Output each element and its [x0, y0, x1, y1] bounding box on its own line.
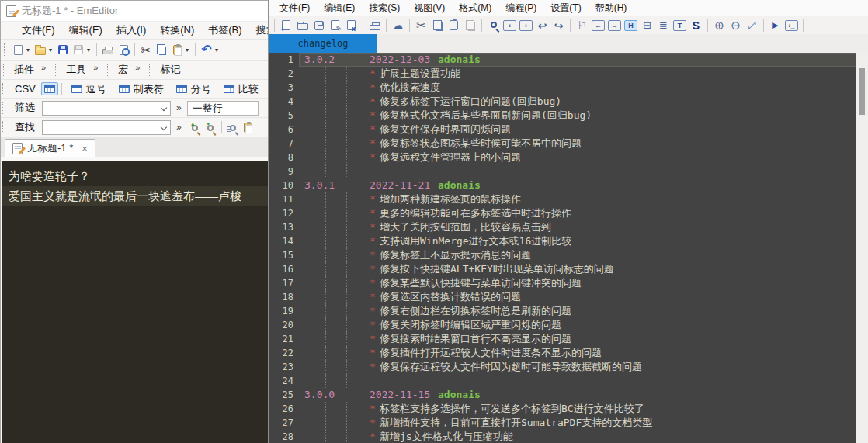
- code-editor-area[interactable]: 13.0.22022-12-03adonais2*扩展主题设置功能3*优化搜索速…: [269, 53, 868, 443]
- save-as-icon[interactable]: [327, 19, 343, 33]
- syntax-icon[interactable]: S: [688, 19, 704, 33]
- paste-search-icon[interactable]: [241, 119, 256, 135]
- editor-line[interactable]: 5*修复格式化文档后某些界面刷新问题(回归bug): [269, 109, 868, 123]
- editor-line[interactable]: 4*修复多标签下运行窗口的问题(回归bug): [269, 95, 868, 109]
- new-file-dropdown[interactable]: ▾: [26, 47, 30, 54]
- editor-line[interactable]: 6*修复文件保存时界面闪烁问题: [269, 123, 868, 137]
- cut-icon[interactable]: ✂: [413, 19, 429, 33]
- redo-icon[interactable]: ↪: [550, 19, 567, 33]
- cut-icon[interactable]: ✂: [138, 42, 154, 57]
- editor-line[interactable]: 16*修复按下快捷键ALT+KEY时出现菜单访问标志的问题: [269, 262, 868, 276]
- editor-line[interactable]: 24: [269, 374, 868, 388]
- editor-line[interactable]: 26*标签栏支持多选操作，可发送多个标签到BC进行文件比较了: [269, 402, 868, 416]
- editor-line[interactable]: 13*增大了关闭按钮范围，比较容易点击到: [269, 220, 868, 234]
- zoom-in-icon[interactable]: ⊕: [711, 19, 727, 33]
- menu-转换[interactable]: 转换(N): [153, 23, 201, 37]
- new-file-icon[interactable]: [278, 19, 294, 33]
- duplicate-icon[interactable]: [462, 19, 478, 33]
- paste-icon[interactable]: [169, 42, 185, 57]
- filter-input[interactable]: [42, 101, 171, 116]
- open-file-dropdown[interactable]: ▾: [49, 47, 52, 54]
- fold-icon[interactable]: ⊟: [639, 19, 655, 33]
- editor-line[interactable]: 9: [269, 164, 868, 178]
- print-preview-icon[interactable]: [116, 42, 131, 57]
- filter-mode-select[interactable]: 一整行: [187, 101, 259, 116]
- paste-icon[interactable]: [446, 19, 462, 33]
- next-bookmark-icon[interactable]: →: [608, 20, 621, 31]
- open-file-icon[interactable]: [33, 42, 48, 57]
- menu-插入[interactable]: 插入(I): [109, 23, 153, 37]
- find-input[interactable]: [42, 120, 171, 135]
- undo-icon[interactable]: ↶: [199, 42, 214, 57]
- csv-mode-逗号[interactable]: 逗号: [71, 82, 106, 96]
- toolbar-group-宏[interactable]: 宏»: [105, 61, 147, 79]
- editor-line[interactable]: 27*新增插件支持，目前可直接打开SumatraPDF支持的文档类型: [269, 416, 868, 430]
- document-tab[interactable]: 无标题-1 * ×: [5, 139, 95, 157]
- title-bar[interactable]: 无标题-1 * - EmEditor: [1, 1, 268, 21]
- editor-line[interactable]: 18*修复选区内替换计数错误的问题: [269, 290, 868, 304]
- left-editor-area[interactable]: 为啥要造轮子？爱国主义就是流氓的最后一块遮羞布——卢梭: [2, 161, 268, 443]
- menu-格式[interactable]: 格式(M): [452, 2, 498, 15]
- overflow-chevron[interactable]: »: [135, 63, 140, 72]
- editor-line[interactable]: 19*修复右侧边栏在切换标签时总是刷新的问题: [269, 304, 868, 318]
- editor-line[interactable]: 8*修复远程文件管理器上的小问题: [269, 151, 868, 164]
- find-next-icon[interactable]: [203, 119, 218, 135]
- editor-line[interactable]: 2*扩展主题设置功能: [269, 67, 868, 81]
- menu-编辑[interactable]: 编辑(E): [317, 2, 362, 15]
- close-tab-icon[interactable]: ×: [82, 143, 88, 154]
- text-line[interactable]: 为啥要造轮子？: [2, 166, 268, 186]
- overflow-chevron[interactable]: »: [93, 63, 98, 72]
- vertical-scrollbar[interactable]: [856, 53, 868, 443]
- menu-搜索[interactable]: 搜索(S): [249, 23, 268, 37]
- bookmark-icon[interactable]: ⚐: [574, 19, 590, 33]
- close-file-icon[interactable]: [343, 19, 359, 33]
- search-icon[interactable]: [485, 19, 502, 33]
- editor-line[interactable]: 12*更多的编辑功能可在多标签选中时进行操作: [269, 206, 868, 220]
- undo-icon[interactable]: ↩: [534, 19, 550, 33]
- find-next-icon[interactable]: ›: [519, 20, 533, 31]
- csv-mode-制表符[interactable]: 制表符: [119, 82, 164, 96]
- print-icon[interactable]: [366, 19, 383, 33]
- editor-line[interactable]: 7*修复标签状态图标某些时候可能不居中的问题: [269, 137, 868, 151]
- find-previous-icon[interactable]: [187, 119, 203, 135]
- editor-line[interactable]: 3*优化搜索速度: [269, 81, 868, 95]
- csv-mode-分号[interactable]: 分号: [176, 82, 211, 96]
- save-all-icon[interactable]: [71, 42, 86, 57]
- editor-line[interactable]: 13.0.22022-12-03adonais: [269, 53, 868, 67]
- chevron-down-icon[interactable]: [161, 104, 167, 110]
- editor-line[interactable]: 11*增加两种新建标签页的鼠标操作: [269, 192, 868, 206]
- menu-文件[interactable]: 文件(F): [273, 2, 317, 15]
- editor-line[interactable]: 28*新增js文件格式化与压缩功能: [269, 430, 868, 443]
- toolbar-group-标记[interactable]: 标记: [147, 61, 187, 79]
- indent-guides-icon[interactable]: ≣: [655, 19, 672, 33]
- run-icon[interactable]: ▶: [767, 19, 783, 33]
- menu-编辑[interactable]: 编辑(E): [62, 23, 109, 37]
- find-previous-icon[interactable]: ‹: [503, 20, 516, 31]
- editor-line[interactable]: 103.0.12022-11-21adonais: [269, 178, 868, 192]
- editor-line[interactable]: 14*支持调用WinMerge进行文本或16进制比较: [269, 234, 868, 248]
- copy-icon[interactable]: [429, 19, 446, 33]
- menu-视图[interactable]: 视图(V): [407, 2, 452, 15]
- overflow-chevron[interactable]: »: [176, 102, 182, 113]
- incremental-search-icon[interactable]: [225, 119, 241, 135]
- editor-line[interactable]: 21*修复搜索时结果窗口首行不高亮显示的问题: [269, 332, 868, 346]
- csv-mode-比较[interactable]: 比较: [224, 82, 259, 96]
- csv-mode-button[interactable]: [41, 82, 58, 95]
- editor-line[interactable]: 20*修复关闭标签时编辑区域严重闪烁的问题: [269, 318, 868, 332]
- tab-changelog[interactable]: changelog: [269, 34, 377, 53]
- fullscreen-icon[interactable]: ⤢: [744, 19, 760, 33]
- overflow-chevron[interactable]: »: [176, 122, 182, 133]
- menu-文件[interactable]: 文件(F): [15, 23, 62, 37]
- save-icon[interactable]: [55, 42, 71, 57]
- menu-帮助[interactable]: 帮助(H): [589, 2, 634, 15]
- chevron-down-icon[interactable]: [161, 123, 167, 130]
- print-icon[interactable]: [100, 42, 116, 57]
- toolbar-group-插件[interactable]: 插件»: [1, 61, 53, 79]
- text-format-icon[interactable]: T: [673, 20, 686, 31]
- scrollbar-thumb[interactable]: [859, 68, 865, 115]
- open-file-icon[interactable]: [294, 19, 311, 33]
- undo-dropdown[interactable]: ▾: [215, 47, 218, 54]
- overflow-chevron[interactable]: »: [41, 63, 46, 72]
- editor-line[interactable]: 15*修复标签上不显示提示消息的问题: [269, 248, 868, 262]
- zoom-out-icon[interactable]: ⊖: [727, 19, 744, 33]
